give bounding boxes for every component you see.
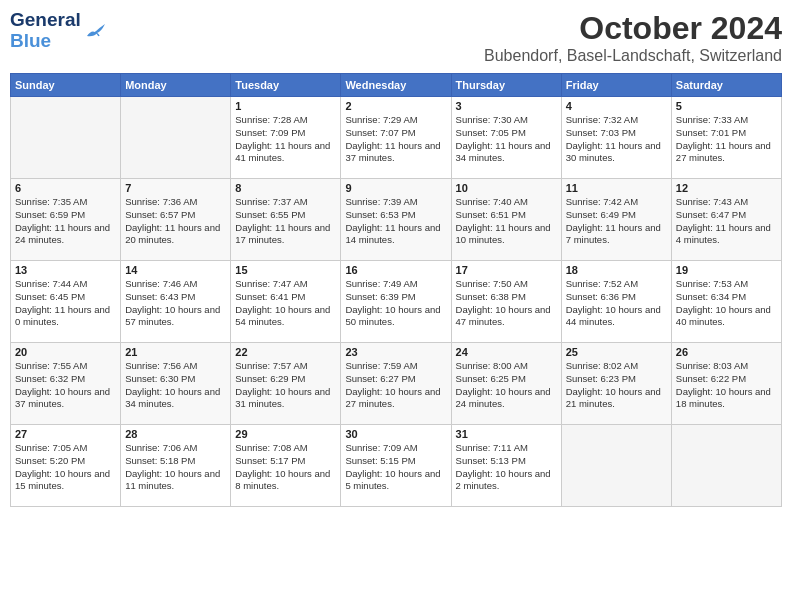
- day-number: 26: [676, 346, 777, 358]
- calendar-week-row: 13 Sunrise: 7:44 AMSunset: 6:45 PMDaylig…: [11, 261, 782, 343]
- day-info: Sunrise: 7:59 AMSunset: 6:27 PMDaylight:…: [345, 360, 446, 411]
- day-info: Sunrise: 7:08 AMSunset: 5:17 PMDaylight:…: [235, 442, 336, 493]
- table-row: 28 Sunrise: 7:06 AMSunset: 5:18 PMDaylig…: [121, 425, 231, 507]
- table-row: 8 Sunrise: 7:37 AMSunset: 6:55 PMDayligh…: [231, 179, 341, 261]
- day-number: 11: [566, 182, 667, 194]
- page: General Blue October 2024 Bubendorf, Bas…: [0, 0, 792, 612]
- day-info: Sunrise: 7:36 AMSunset: 6:57 PMDaylight:…: [125, 196, 226, 247]
- day-info: Sunrise: 7:46 AMSunset: 6:43 PMDaylight:…: [125, 278, 226, 329]
- day-number: 14: [125, 264, 226, 276]
- table-row: 13 Sunrise: 7:44 AMSunset: 6:45 PMDaylig…: [11, 261, 121, 343]
- day-info: Sunrise: 7:06 AMSunset: 5:18 PMDaylight:…: [125, 442, 226, 493]
- table-row: 12 Sunrise: 7:43 AMSunset: 6:47 PMDaylig…: [671, 179, 781, 261]
- day-number: 7: [125, 182, 226, 194]
- day-info: Sunrise: 7:32 AMSunset: 7:03 PMDaylight:…: [566, 114, 667, 165]
- month-title: October 2024: [484, 10, 782, 47]
- day-info: Sunrise: 7:55 AMSunset: 6:32 PMDaylight:…: [15, 360, 116, 411]
- table-row: 22 Sunrise: 7:57 AMSunset: 6:29 PMDaylig…: [231, 343, 341, 425]
- day-info: Sunrise: 7:42 AMSunset: 6:49 PMDaylight:…: [566, 196, 667, 247]
- table-row: 25 Sunrise: 8:02 AMSunset: 6:23 PMDaylig…: [561, 343, 671, 425]
- day-info: Sunrise: 7:30 AMSunset: 7:05 PMDaylight:…: [456, 114, 557, 165]
- calendar-week-row: 27 Sunrise: 7:05 AMSunset: 5:20 PMDaylig…: [11, 425, 782, 507]
- logo-line2: Blue: [10, 31, 81, 52]
- day-number: 13: [15, 264, 116, 276]
- table-row: 5 Sunrise: 7:33 AMSunset: 7:01 PMDayligh…: [671, 97, 781, 179]
- day-info: Sunrise: 8:02 AMSunset: 6:23 PMDaylight:…: [566, 360, 667, 411]
- logo: General Blue: [10, 10, 107, 52]
- table-row: 14 Sunrise: 7:46 AMSunset: 6:43 PMDaylig…: [121, 261, 231, 343]
- table-row: 18 Sunrise: 7:52 AMSunset: 6:36 PMDaylig…: [561, 261, 671, 343]
- day-info: Sunrise: 7:56 AMSunset: 6:30 PMDaylight:…: [125, 360, 226, 411]
- day-number: 23: [345, 346, 446, 358]
- table-row: 30 Sunrise: 7:09 AMSunset: 5:15 PMDaylig…: [341, 425, 451, 507]
- day-number: 25: [566, 346, 667, 358]
- day-info: Sunrise: 7:43 AMSunset: 6:47 PMDaylight:…: [676, 196, 777, 247]
- day-number: 15: [235, 264, 336, 276]
- day-number: 30: [345, 428, 446, 440]
- table-row: 3 Sunrise: 7:30 AMSunset: 7:05 PMDayligh…: [451, 97, 561, 179]
- table-row: [121, 97, 231, 179]
- day-info: Sunrise: 7:37 AMSunset: 6:55 PMDaylight:…: [235, 196, 336, 247]
- day-number: 16: [345, 264, 446, 276]
- day-info: Sunrise: 7:09 AMSunset: 5:15 PMDaylight:…: [345, 442, 446, 493]
- day-info: Sunrise: 8:00 AMSunset: 6:25 PMDaylight:…: [456, 360, 557, 411]
- day-number: 19: [676, 264, 777, 276]
- calendar-week-row: 1 Sunrise: 7:28 AMSunset: 7:09 PMDayligh…: [11, 97, 782, 179]
- col-monday: Monday: [121, 74, 231, 97]
- day-number: 12: [676, 182, 777, 194]
- day-number: 9: [345, 182, 446, 194]
- day-number: 22: [235, 346, 336, 358]
- day-number: 2: [345, 100, 446, 112]
- col-wednesday: Wednesday: [341, 74, 451, 97]
- header: General Blue October 2024 Bubendorf, Bas…: [10, 10, 782, 65]
- table-row: 15 Sunrise: 7:47 AMSunset: 6:41 PMDaylig…: [231, 261, 341, 343]
- day-number: 17: [456, 264, 557, 276]
- table-row: 4 Sunrise: 7:32 AMSunset: 7:03 PMDayligh…: [561, 97, 671, 179]
- table-row: 23 Sunrise: 7:59 AMSunset: 6:27 PMDaylig…: [341, 343, 451, 425]
- day-info: Sunrise: 7:52 AMSunset: 6:36 PMDaylight:…: [566, 278, 667, 329]
- day-number: 10: [456, 182, 557, 194]
- col-sunday: Sunday: [11, 74, 121, 97]
- title-section: October 2024 Bubendorf, Basel-Landschaft…: [484, 10, 782, 65]
- table-row: 26 Sunrise: 8:03 AMSunset: 6:22 PMDaylig…: [671, 343, 781, 425]
- table-row: [11, 97, 121, 179]
- day-number: 20: [15, 346, 116, 358]
- col-friday: Friday: [561, 74, 671, 97]
- col-saturday: Saturday: [671, 74, 781, 97]
- day-number: 21: [125, 346, 226, 358]
- table-row: 11 Sunrise: 7:42 AMSunset: 6:49 PMDaylig…: [561, 179, 671, 261]
- table-row: 1 Sunrise: 7:28 AMSunset: 7:09 PMDayligh…: [231, 97, 341, 179]
- table-row: 31 Sunrise: 7:11 AMSunset: 5:13 PMDaylig…: [451, 425, 561, 507]
- day-info: Sunrise: 7:53 AMSunset: 6:34 PMDaylight:…: [676, 278, 777, 329]
- day-info: Sunrise: 7:39 AMSunset: 6:53 PMDaylight:…: [345, 196, 446, 247]
- day-number: 28: [125, 428, 226, 440]
- day-info: Sunrise: 7:11 AMSunset: 5:13 PMDaylight:…: [456, 442, 557, 493]
- table-row: 16 Sunrise: 7:49 AMSunset: 6:39 PMDaylig…: [341, 261, 451, 343]
- col-tuesday: Tuesday: [231, 74, 341, 97]
- logo-line1: General: [10, 10, 81, 31]
- day-number: 5: [676, 100, 777, 112]
- day-info: Sunrise: 7:57 AMSunset: 6:29 PMDaylight:…: [235, 360, 336, 411]
- day-info: Sunrise: 8:03 AMSunset: 6:22 PMDaylight:…: [676, 360, 777, 411]
- day-info: Sunrise: 7:29 AMSunset: 7:07 PMDaylight:…: [345, 114, 446, 165]
- day-number: 1: [235, 100, 336, 112]
- table-row: 10 Sunrise: 7:40 AMSunset: 6:51 PMDaylig…: [451, 179, 561, 261]
- day-info: Sunrise: 7:50 AMSunset: 6:38 PMDaylight:…: [456, 278, 557, 329]
- col-thursday: Thursday: [451, 74, 561, 97]
- day-info: Sunrise: 7:33 AMSunset: 7:01 PMDaylight:…: [676, 114, 777, 165]
- day-number: 31: [456, 428, 557, 440]
- day-info: Sunrise: 7:40 AMSunset: 6:51 PMDaylight:…: [456, 196, 557, 247]
- calendar: Sunday Monday Tuesday Wednesday Thursday…: [10, 73, 782, 507]
- calendar-week-row: 6 Sunrise: 7:35 AMSunset: 6:59 PMDayligh…: [11, 179, 782, 261]
- day-number: 8: [235, 182, 336, 194]
- table-row: 7 Sunrise: 7:36 AMSunset: 6:57 PMDayligh…: [121, 179, 231, 261]
- table-row: 21 Sunrise: 7:56 AMSunset: 6:30 PMDaylig…: [121, 343, 231, 425]
- table-row: 29 Sunrise: 7:08 AMSunset: 5:17 PMDaylig…: [231, 425, 341, 507]
- table-row: [671, 425, 781, 507]
- day-info: Sunrise: 7:35 AMSunset: 6:59 PMDaylight:…: [15, 196, 116, 247]
- day-number: 29: [235, 428, 336, 440]
- day-info: Sunrise: 7:47 AMSunset: 6:41 PMDaylight:…: [235, 278, 336, 329]
- table-row: 9 Sunrise: 7:39 AMSunset: 6:53 PMDayligh…: [341, 179, 451, 261]
- table-row: 2 Sunrise: 7:29 AMSunset: 7:07 PMDayligh…: [341, 97, 451, 179]
- day-number: 4: [566, 100, 667, 112]
